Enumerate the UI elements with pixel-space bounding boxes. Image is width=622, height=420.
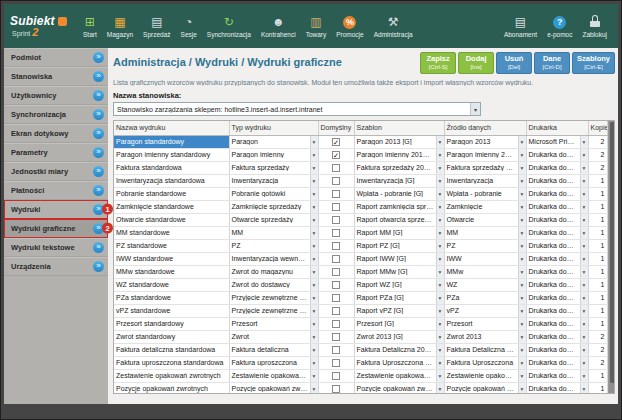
cell-default[interactable] bbox=[318, 252, 354, 265]
cell-type[interactable]: Zestawienie opakowań zwrotnych▾ bbox=[229, 369, 318, 382]
cell-copies[interactable]: 1 bbox=[588, 382, 607, 394]
toolbar-item-promocje[interactable]: %Promocje bbox=[331, 4, 368, 48]
cell-template[interactable]: Zwrot 2013 [G]▾ bbox=[354, 330, 444, 343]
cell-name[interactable]: Zamknięcie standardowe bbox=[114, 200, 229, 213]
checkbox-unchecked[interactable] bbox=[332, 294, 340, 302]
checkbox-unchecked[interactable] bbox=[332, 229, 340, 237]
cell-printer[interactable]: Drukarka domyślna▾ bbox=[526, 317, 588, 330]
cell-name[interactable]: Faktura detaliczna standardowa bbox=[114, 343, 229, 356]
cell-type[interactable]: Faktura uproszczona▾ bbox=[229, 356, 318, 369]
toolbar-item-magazyn[interactable]: ▦Magazyn bbox=[102, 4, 138, 48]
cell-name[interactable]: WZ standardowe bbox=[114, 278, 229, 291]
sidebar-item-ekran-dotykowy[interactable]: Ekran dotykowy» bbox=[4, 124, 108, 143]
cell-source[interactable]: Faktura sprzedaży 2013▾ bbox=[444, 161, 526, 174]
cell-copies[interactable]: 1 bbox=[588, 291, 607, 304]
sidebar-item-uzytkownicy[interactable]: Użytkownicy» bbox=[4, 86, 108, 105]
cell-default[interactable] bbox=[318, 382, 354, 394]
cell-template[interactable]: Raport zamknięcia sprzedaży [G]▾ bbox=[354, 200, 444, 213]
checkbox-unchecked[interactable] bbox=[332, 372, 340, 380]
cell-name[interactable]: Otwarcie standardowe bbox=[114, 213, 229, 226]
dane-button[interactable]: Dane[Ctrl-D] bbox=[534, 52, 570, 74]
cell-type[interactable]: Pobranie gotówki▾ bbox=[229, 187, 318, 200]
cell-template[interactable]: Pozycje opakowań zwrotnych [G]▾ bbox=[354, 382, 444, 394]
cell-template[interactable]: Raport otwarcia sprzedaży [G]▾ bbox=[354, 213, 444, 226]
cell-name[interactable]: Faktura standardowa bbox=[114, 161, 229, 174]
cell-type[interactable]: Przyjęcie zewnętrzne automatyczne▾ bbox=[229, 291, 318, 304]
cell-source[interactable]: Paragon imienny 2013▾ bbox=[444, 148, 526, 161]
cell-printer[interactable]: Drukarka domyślna▾ bbox=[526, 304, 588, 317]
cell-default[interactable] bbox=[318, 317, 354, 330]
checkbox-unchecked[interactable] bbox=[332, 385, 340, 393]
cell-copies[interactable]: 1 bbox=[588, 369, 607, 382]
cell-name[interactable]: Faktura uproszczona standardowa bbox=[114, 356, 229, 369]
toolbar-item-synchronizacja[interactable]: ↻Synchronizacja bbox=[202, 4, 256, 48]
cell-name[interactable]: MMw standardowe bbox=[114, 265, 229, 278]
szablony-button[interactable]: Szablony[Ctrl-E] bbox=[572, 52, 615, 74]
cell-type[interactable]: MM▾ bbox=[229, 226, 318, 239]
cell-template[interactable]: Raport vPZ [G]▾ bbox=[354, 304, 444, 317]
toolbar-item-sprzedaz[interactable]: ▤Sprzedaż bbox=[138, 4, 175, 48]
checkbox-unchecked[interactable] bbox=[332, 203, 340, 211]
checkbox-unchecked[interactable] bbox=[332, 359, 340, 367]
checkbox-unchecked[interactable] bbox=[332, 346, 340, 354]
cell-source[interactable]: Paragon 2013▾ bbox=[444, 135, 526, 148]
cell-default[interactable] bbox=[318, 291, 354, 304]
cell-default[interactable] bbox=[318, 356, 354, 369]
column-header-template[interactable]: Szablon bbox=[354, 121, 444, 135]
scrollbar-thumb[interactable] bbox=[610, 122, 616, 383]
cell-copies[interactable]: 2 bbox=[588, 356, 607, 369]
cell-type[interactable]: Faktura sprzedaży▾ bbox=[229, 161, 318, 174]
cell-template[interactable]: Raport PZa [G]▾ bbox=[354, 291, 444, 304]
cell-printer[interactable]: Drukarka domyślna▾ bbox=[526, 226, 588, 239]
cell-source[interactable]: Pozycje opakowań zwrotnych▾ bbox=[444, 382, 526, 394]
cell-source[interactable]: Przesort▾ bbox=[444, 317, 526, 330]
cell-template[interactable]: Raport MM [G]▾ bbox=[354, 226, 444, 239]
checkbox-unchecked[interactable] bbox=[332, 177, 340, 185]
cell-type[interactable]: Przesort▾ bbox=[229, 317, 318, 330]
cell-name[interactable]: PZa standardowe bbox=[114, 291, 229, 304]
cell-type[interactable]: Zwrot do dostawcy▾ bbox=[229, 278, 318, 291]
checkbox-unchecked[interactable] bbox=[332, 268, 340, 276]
column-header-default[interactable]: Domyślny bbox=[318, 121, 354, 135]
cell-copies[interactable]: 1 bbox=[588, 200, 607, 213]
column-header-printer[interactable]: Drukarka bbox=[526, 121, 588, 135]
toolbar-item-abonament[interactable]: ▤ Abonament bbox=[499, 4, 542, 48]
cell-source[interactable]: PZ▾ bbox=[444, 239, 526, 252]
cell-type[interactable]: Paragon▾ bbox=[229, 135, 318, 148]
cell-name[interactable]: vPZ standardowe bbox=[114, 304, 229, 317]
cell-source[interactable]: vPZ▾ bbox=[444, 304, 526, 317]
cell-name[interactable]: Pobranie standardowe bbox=[114, 187, 229, 200]
cell-type[interactable]: Przyjęcie zewnętrzne VAT▾ bbox=[229, 304, 318, 317]
cell-type[interactable]: Inwentaryzacja▾ bbox=[229, 174, 318, 187]
cell-template[interactable]: Faktura sprzedaży 2013 [G]▾ bbox=[354, 161, 444, 174]
cell-copies[interactable]: 1 bbox=[588, 317, 607, 330]
cell-default[interactable] bbox=[318, 174, 354, 187]
cell-printer[interactable]: Drukarka domyślna▾ bbox=[526, 265, 588, 278]
cell-source[interactable]: IWW▾ bbox=[444, 252, 526, 265]
checkbox-unchecked[interactable] bbox=[332, 164, 340, 172]
cell-name[interactable]: Przesort standardowy bbox=[114, 317, 229, 330]
cell-default[interactable] bbox=[318, 369, 354, 382]
cell-default[interactable]: ✓ bbox=[318, 148, 354, 161]
cell-printer[interactable]: Microsoft Print to PDF▾ bbox=[526, 135, 588, 148]
column-header-source[interactable]: Źródło danych bbox=[444, 121, 526, 135]
cell-printer[interactable]: Drukarka domyślna▾ bbox=[526, 369, 588, 382]
sidebar-item-wydruki-tekstowe[interactable]: Wydruki tekstowe» bbox=[4, 238, 108, 257]
cell-type[interactable]: Inwentaryzacja wewnętrzna▾ bbox=[229, 252, 318, 265]
cell-source[interactable]: PZa▾ bbox=[444, 291, 526, 304]
cell-printer[interactable]: Drukarka domyślna▾ bbox=[526, 187, 588, 200]
cell-type[interactable]: Pozycje opakowań zwrotnych▾ bbox=[229, 382, 318, 394]
cell-copies[interactable]: 2 bbox=[588, 161, 607, 174]
sidebar-item-podmiot[interactable]: Podmiot» bbox=[4, 48, 108, 67]
zapisz-button[interactable]: Zapisz[Ctrl-S] bbox=[420, 52, 456, 74]
checkbox-unchecked[interactable] bbox=[332, 333, 340, 341]
cell-default[interactable] bbox=[318, 187, 354, 200]
sidebar-item-wydruki-graficzne[interactable]: Wydruki graficzne»2 bbox=[4, 219, 108, 238]
cell-template[interactable]: Przesort [G]▾ bbox=[354, 317, 444, 330]
cell-template[interactable]: Raport WZ [G]▾ bbox=[354, 278, 444, 291]
cell-source[interactable]: WZ▾ bbox=[444, 278, 526, 291]
checkbox-checked[interactable]: ✓ bbox=[332, 151, 340, 159]
cell-printer[interactable]: Drukarka domyślna▾ bbox=[526, 213, 588, 226]
checkbox-unchecked[interactable] bbox=[332, 281, 340, 289]
column-header-name[interactable]: Nazwa wydruku bbox=[114, 121, 229, 135]
